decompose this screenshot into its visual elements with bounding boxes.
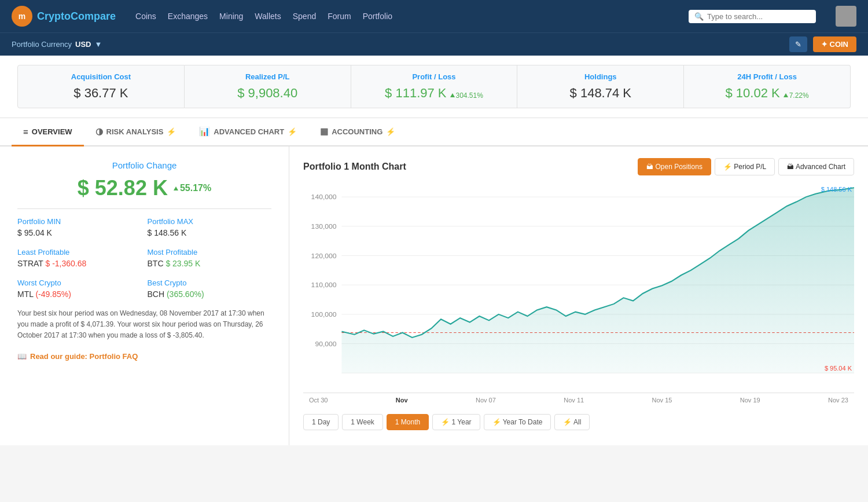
portfolio-currency-value: USD <box>75 40 91 49</box>
stats-grid: Portfolio MIN $ 95.04 K Portfolio MAX $ … <box>17 217 271 299</box>
time-btn-3[interactable]: ⚡ 1 Year <box>432 414 480 430</box>
nav-link-mining[interactable]: Mining <box>219 9 243 23</box>
guide-link[interactable]: 📖 Read our guide: Portfolio FAQ <box>17 352 271 361</box>
tab-risk[interactable]: ◑RISK ANALYSIS⚡ <box>84 118 188 146</box>
summary-label-1: Realized P/L <box>196 72 339 81</box>
chart-btn-open-positions[interactable]: 🏔 Open Positions <box>638 158 711 175</box>
subnav: Portfolio Currency USD ▼ ✎ ✦ COIN <box>0 32 868 56</box>
right-panel: Portfolio 1 Month Chart 🏔 Open Positions… <box>289 146 868 445</box>
time-btn-0[interactable]: 1 Day <box>303 414 339 430</box>
svg-text:110,000: 110,000 <box>311 281 337 290</box>
x-label-nov07: Nov 07 <box>476 397 496 404</box>
logo[interactable]: m CryptoCompare <box>12 6 116 27</box>
nav-link-forum[interactable]: Forum <box>328 9 351 23</box>
summary-value-0: $ 36.77 K <box>30 86 172 101</box>
summary-value-2: $ 111.97 K304.51% <box>363 86 506 101</box>
tab-lightning-risk: ⚡ <box>167 127 176 136</box>
tab-label-risk: RISK ANALYSIS <box>106 127 164 136</box>
logo-compare: Compare <box>71 10 116 22</box>
summary-value-1: $ 9,908.40 <box>196 86 339 101</box>
tab-overview[interactable]: ≡OVERVIEW <box>12 118 84 146</box>
summary-card-4: 24H Profit / Loss$ 10.02 K7.22% <box>684 65 851 108</box>
summary-label-0: Acquisition Cost <box>30 72 172 81</box>
portfolio-change-pct: 55.17% <box>174 183 211 193</box>
portfolio-currency: Portfolio Currency USD ▼ <box>12 40 102 49</box>
nav-link-wallets[interactable]: Wallets <box>255 9 281 23</box>
summary-card-2: Profit / Loss$ 111.97 K304.51% <box>351 65 518 108</box>
time-btn-4[interactable]: ⚡ Year To Date <box>484 414 551 430</box>
tab-label-accounting: ACCOUNTING <box>332 127 382 136</box>
x-label-oct30: Oct 30 <box>309 397 328 404</box>
nav-link-exchanges[interactable]: Exchanges <box>168 9 208 23</box>
summary-bar: Acquisition Cost$ 36.77 KRealized P/L$ 9… <box>0 56 868 118</box>
subnav-right: ✎ ✦ COIN <box>789 36 856 52</box>
info-text: Your best six hour period was on Wednesd… <box>17 308 271 342</box>
summary-card-1: Realized P/L$ 9,908.40 <box>185 65 351 108</box>
search-input[interactable] <box>707 12 810 21</box>
currency-dropdown-icon[interactable]: ▼ <box>95 40 102 49</box>
add-coin-button[interactable]: ✦ COIN <box>813 36 856 52</box>
chart-btn-period-pl[interactable]: ⚡ Period P/L <box>715 158 775 175</box>
svg-text:120,000: 120,000 <box>311 252 337 260</box>
time-btn-5[interactable]: ⚡ All <box>554 414 590 430</box>
portfolio-change-value: $ 52.82 K 55.17% <box>17 176 271 200</box>
summary-badge-2: 304.51% <box>450 91 483 100</box>
edit-button[interactable]: ✎ <box>789 36 807 52</box>
left-panel: Portfolio Change $ 52.82 K 55.17% Portfo… <box>0 146 289 445</box>
summary-label-4: 24H Profit / Loss <box>696 72 838 81</box>
stat-portfolio-min: Portfolio MIN $ 95.04 K <box>17 217 142 237</box>
x-label-nov19: Nov 19 <box>740 397 760 404</box>
tab-accounting[interactable]: ▦ACCOUNTING⚡ <box>308 118 407 146</box>
nav-links: CoinsExchangesMiningWalletsSpendForumPor… <box>135 9 392 23</box>
avatar <box>836 6 856 27</box>
tabs: ≡OVERVIEW◑RISK ANALYSIS⚡📊ADVANCED CHART⚡… <box>0 118 868 146</box>
tab-icon-accounting: ▦ <box>320 126 328 137</box>
tab-lightning-accounting: ⚡ <box>386 127 395 136</box>
portfolio-change-title: Portfolio Change <box>17 160 271 170</box>
chart-max-label: $ 148.56 K <box>821 186 852 193</box>
tab-lightning-advanced-chart: ⚡ <box>288 127 297 136</box>
time-btn-1[interactable]: 1 Week <box>342 414 382 430</box>
chart-btn-advanced-chart[interactable]: 🏔 Advanced Chart <box>778 158 854 175</box>
stat-least-profitable: Least Profitable STRAT $ -1,360.68 <box>17 248 142 268</box>
time-btn-2[interactable]: 1 Month <box>387 414 429 430</box>
chart-header: Portfolio 1 Month Chart 🏔 Open Positions… <box>303 158 854 175</box>
tab-icon-overview: ≡ <box>23 127 28 137</box>
search-bar[interactable]: 🔍 <box>689 10 816 23</box>
tab-advanced-chart[interactable]: 📊ADVANCED CHART⚡ <box>187 118 308 146</box>
nav-link-spend[interactable]: Spend <box>293 9 316 23</box>
up-arrow-icon <box>784 93 788 97</box>
tab-icon-risk: ◑ <box>95 126 103 137</box>
stat-portfolio-max: Portfolio MAX $ 148.56 K <box>148 217 272 237</box>
chart-title: Portfolio 1 Month Chart <box>303 162 406 172</box>
logo-icon: m <box>12 6 32 27</box>
summary-badge-4: 7.22% <box>784 91 809 100</box>
x-label-nov15: Nov 15 <box>652 397 672 404</box>
divider <box>17 208 271 209</box>
main-content: Portfolio Change $ 52.82 K 55.17% Portfo… <box>0 146 868 445</box>
summary-value-4: $ 10.02 K7.22% <box>696 86 838 101</box>
x-label-nov11: Nov 11 <box>564 397 584 404</box>
tab-label-advanced-chart: ADVANCED CHART <box>214 127 284 136</box>
nav-link-portfolio[interactable]: Portfolio <box>363 9 392 23</box>
tab-icon-advanced-chart: 📊 <box>199 126 210 137</box>
stat-best-crypto: Best Crypto BCH (365.60%) <box>148 279 272 299</box>
x-label-nov23: Nov 23 <box>828 397 848 404</box>
stat-worst-crypto: Worst Crypto MTL (-49.85%) <box>17 279 142 299</box>
nav-link-coins[interactable]: Coins <box>135 9 156 23</box>
summary-label-2: Profit / Loss <box>363 72 506 81</box>
logo-crypto: Crypto <box>37 10 71 22</box>
search-icon: 🔍 <box>694 12 704 21</box>
summary-card-0: Acquisition Cost$ 36.77 K <box>17 65 185 108</box>
summary-label-3: Holdings <box>529 72 672 81</box>
book-icon: 📖 <box>17 352 27 361</box>
chart-wrapper: $ 148.56 K $ 95.04 K 140,000 130,000 120… <box>303 185 854 393</box>
summary-card-3: Holdings$ 148.74 K <box>517 65 684 108</box>
chart-min-label: $ 95.04 K <box>825 365 852 372</box>
svg-text:90,000: 90,000 <box>315 340 337 348</box>
x-label-nov: Nov <box>396 397 408 404</box>
tab-label-overview: OVERVIEW <box>32 127 72 136</box>
svg-text:130,000: 130,000 <box>311 222 337 230</box>
chart-buttons: 🏔 Open Positions⚡ Period P/L🏔 Advanced C… <box>638 158 854 175</box>
logo-text: CryptoCompare <box>37 10 116 23</box>
